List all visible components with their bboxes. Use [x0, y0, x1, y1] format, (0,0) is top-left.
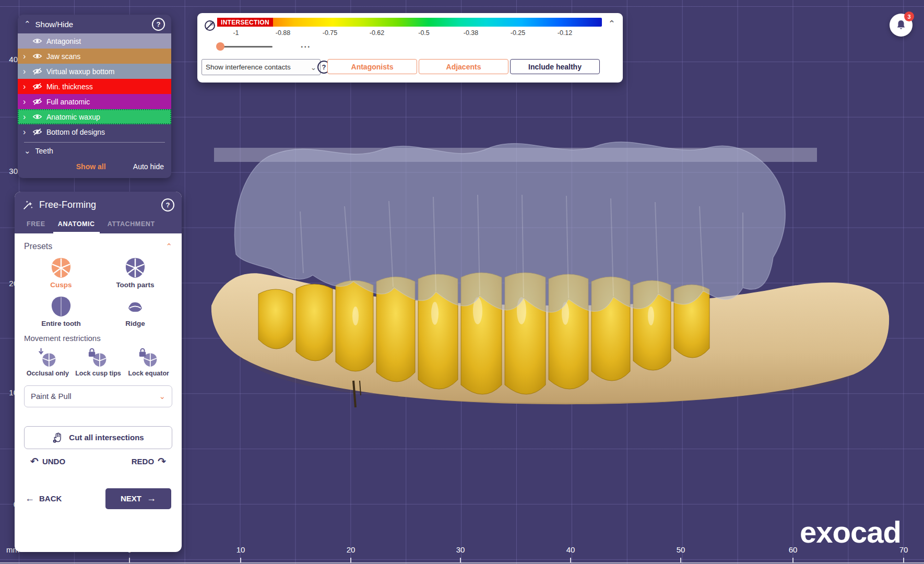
- intersection-title: INTERSECTION: [217, 18, 273, 27]
- x-ruler-tick: [903, 558, 904, 562]
- chevron-right-icon[interactable]: ›: [23, 128, 28, 136]
- restriction-lock-cusp-tips[interactable]: Lock cusp tips: [75, 347, 121, 378]
- layer-label: Virtual waxup bottom: [46, 67, 114, 76]
- teeth-section-row[interactable]: ⌄ Teeth: [18, 143, 171, 159]
- collapse-up-icon[interactable]: ⌃: [24, 19, 31, 29]
- layer-row-jaw-scans[interactable]: › Jaw scans: [18, 49, 171, 64]
- exocad-logo: exocad: [800, 514, 901, 549]
- eye-slash-icon[interactable]: [32, 83, 42, 90]
- restriction-label: Occlusal only: [27, 370, 69, 378]
- layer-row-antagonist[interactable]: Antagonist: [18, 33, 171, 49]
- layer-label: Full anatomic: [46, 98, 90, 106]
- restriction-occlusal-only[interactable]: Occlusal only: [27, 347, 69, 378]
- dental-model-3d[interactable]: [206, 133, 895, 426]
- intersection-icon[interactable]: [204, 19, 216, 32]
- preset-tooth-parts[interactable]: Tooth parts: [116, 256, 154, 289]
- preset-cusps[interactable]: Cusps: [50, 256, 73, 289]
- layer-label: Jaw scans: [46, 52, 80, 61]
- intersection-slider-track[interactable]: [220, 46, 273, 48]
- parts-icon: [124, 256, 147, 279]
- help-icon[interactable]: ?: [152, 18, 165, 31]
- back-button[interactable]: ← BACK: [25, 493, 62, 504]
- eye-icon[interactable]: [32, 52, 42, 60]
- redo-button[interactable]: REDO ↷: [132, 455, 166, 467]
- x-ruler-tick: [129, 558, 130, 562]
- gradient-tick-label: -0.25: [511, 29, 526, 37]
- viewport-3d[interactable]: 0 10 20 30 40 50 60 70 40 30 20 10 0 mm …: [0, 0, 924, 564]
- restriction-label: Lock equator: [128, 370, 169, 378]
- occlusal-only-icon: [37, 347, 58, 369]
- chevron-right-icon[interactable]: ›: [23, 113, 28, 121]
- more-options[interactable]: ...: [301, 40, 311, 50]
- tab-attachment[interactable]: ATTACHMENT: [103, 216, 160, 233]
- help-icon[interactable]: ?: [161, 198, 174, 212]
- auto-hide-button[interactable]: Auto hide: [133, 162, 164, 171]
- x-ruler-tick: [240, 558, 241, 562]
- tab-anatomic[interactable]: ANATOMIC: [53, 216, 100, 233]
- adjacents-button[interactable]: Adjacents: [419, 59, 508, 74]
- eye-icon[interactable]: [32, 37, 42, 45]
- layer-row-full-anatomic[interactable]: › Full anatomic: [18, 94, 171, 109]
- undo-button[interactable]: ↶ UNDO: [30, 455, 65, 467]
- chevron-right-icon[interactable]: ›: [23, 52, 28, 61]
- redo-icon: ↷: [158, 455, 166, 467]
- notifications-button[interactable]: 3: [890, 14, 913, 37]
- next-label: NEXT: [121, 494, 141, 503]
- preset-entire-tooth[interactable]: Entire tooth: [41, 295, 81, 327]
- cut-button-label: Cut all intersections: [69, 433, 144, 442]
- back-arrow-icon: ←: [25, 493, 34, 504]
- chevron-right-icon[interactable]: ›: [23, 98, 28, 106]
- eye-slash-icon[interactable]: [32, 67, 42, 75]
- presets-grid: Cusps Tooth parts Entire tooth Ridge: [24, 256, 172, 327]
- presets-title: Presets: [24, 242, 52, 251]
- preset-ridge[interactable]: Ridge: [124, 295, 147, 327]
- intersection-panel: INTERSECTION -1 -0.88 -0.75 -0.62 -0.5 -…: [197, 13, 623, 83]
- free-forming-panel: Free-Forming ? FREE ANATOMIC ATTACHMENT …: [15, 192, 182, 552]
- eye-icon[interactable]: [32, 113, 42, 121]
- tab-free[interactable]: FREE: [22, 216, 50, 233]
- layer-row-virtual-waxup-bottom[interactable]: › Virtual waxup bottom: [18, 64, 171, 79]
- next-button[interactable]: NEXT →: [105, 488, 171, 509]
- chevron-down-icon[interactable]: ⌄: [24, 146, 31, 156]
- preset-label: Ridge: [125, 320, 145, 327]
- gradient-tick-label: -0.12: [558, 29, 573, 37]
- undo-label: UNDO: [42, 457, 65, 466]
- x-ruler-label: 50: [677, 545, 685, 554]
- intersection-gradient-bar[interactable]: INTERSECTION: [217, 18, 602, 27]
- show-all-button[interactable]: Show all: [76, 162, 106, 171]
- free-forming-wand-icon: [22, 199, 33, 211]
- layer-row-bottom-of-designs[interactable]: › Bottom of designs: [18, 124, 171, 139]
- include-healthy-button[interactable]: Include healthy: [510, 59, 600, 74]
- layer-row-anatomic-waxup[interactable]: › Anatomic waxup: [18, 109, 171, 124]
- x-ruler-tick: [570, 558, 571, 562]
- collapse-up-icon[interactable]: ⌃: [608, 18, 615, 29]
- free-forming-tabs: FREE ANATOMIC ATTACHMENT: [22, 216, 174, 233]
- eye-slash-icon[interactable]: [32, 128, 42, 136]
- chevron-right-icon[interactable]: ›: [23, 67, 28, 76]
- lock-cusp-tips-icon: [87, 347, 109, 369]
- viewport-bottom-edge: [0, 562, 924, 563]
- collapse-up-icon[interactable]: ⌃: [165, 242, 172, 251]
- gradient-tick-label: -0.88: [276, 29, 291, 37]
- layer-row-min-thickness[interactable]: › Min. thickness: [18, 79, 171, 94]
- layer-label: Anatomic waxup: [46, 113, 100, 121]
- bell-icon: [895, 19, 907, 31]
- redo-label: REDO: [132, 457, 154, 466]
- notification-badge: 3: [904, 11, 914, 21]
- intersection-slider-handle[interactable]: [216, 42, 224, 51]
- chevron-down-icon: ⌄: [311, 63, 316, 72]
- back-label: BACK: [39, 494, 62, 503]
- interference-contacts-dropdown[interactable]: Show interference contacts ⌄: [202, 59, 321, 75]
- gradient-tick-label: -1: [233, 29, 239, 37]
- paint-pull-value: Paint & Pull: [31, 392, 72, 401]
- show-hide-panel: ⌃ Show/Hide ? Antagonist › Jaw scans › V…: [18, 15, 171, 178]
- cut-all-intersections-button[interactable]: i Cut all intersections: [24, 426, 172, 449]
- chevron-right-icon[interactable]: ›: [23, 83, 28, 91]
- gradient-tick-label: -0.75: [323, 29, 338, 37]
- eye-slash-icon[interactable]: [32, 98, 42, 105]
- paint-pull-dropdown[interactable]: Paint & Pull ⌄: [24, 385, 172, 407]
- restriction-lock-equator[interactable]: Lock equator: [128, 347, 169, 378]
- antagonists-button[interactable]: Antagonists: [327, 59, 417, 74]
- teeth-section-label: Teeth: [35, 147, 53, 155]
- x-ruler-label: 30: [456, 545, 465, 554]
